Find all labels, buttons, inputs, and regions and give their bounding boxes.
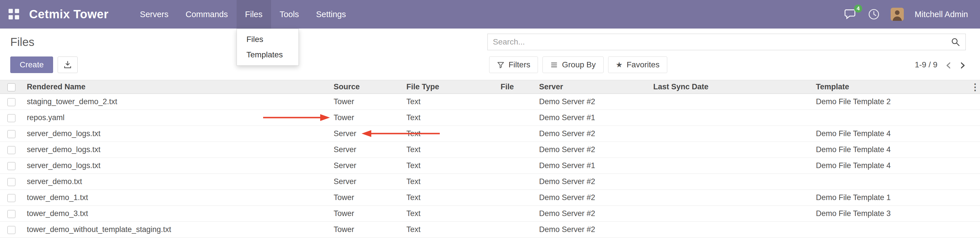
- column-header-template[interactable]: Template: [812, 80, 970, 94]
- user-avatar[interactable]: [891, 8, 904, 21]
- cell-file[interactable]: [496, 206, 535, 222]
- row-checkbox[interactable]: [8, 210, 16, 218]
- column-header-server[interactable]: Server: [535, 80, 649, 94]
- cell-rendered-name[interactable]: server_demo_logs.txt: [23, 158, 329, 174]
- cell-last-sync-date[interactable]: [649, 206, 812, 222]
- row-checkbox[interactable]: [8, 194, 16, 202]
- cell-last-sync-date[interactable]: [649, 222, 812, 238]
- row-checkbox[interactable]: [8, 114, 16, 122]
- cell-source[interactable]: Tower: [329, 222, 402, 238]
- table-row[interactable]: tower_demo_3.txtTowerTextDemo Server #2D…: [0, 206, 980, 222]
- table-row[interactable]: server_demo_logs.txtServerTextDemo Serve…: [0, 158, 980, 174]
- cell-file-type[interactable]: Text: [402, 158, 496, 174]
- cell-last-sync-date[interactable]: [649, 94, 812, 110]
- row-checkbox[interactable]: [8, 98, 16, 106]
- row-checkbox[interactable]: [8, 146, 16, 154]
- menu-commands[interactable]: Commands: [177, 0, 236, 29]
- cell-last-sync-date[interactable]: [649, 158, 812, 174]
- cell-template[interactable]: Demo File Template 3: [812, 206, 970, 222]
- cell-file[interactable]: [496, 158, 535, 174]
- cell-server[interactable]: Demo Server #2: [535, 94, 649, 110]
- cell-file-type[interactable]: Text: [402, 174, 496, 190]
- cell-last-sync-date[interactable]: [649, 142, 812, 158]
- import-button[interactable]: [58, 57, 78, 73]
- cell-rendered-name[interactable]: server_demo_logs.txt: [23, 142, 329, 158]
- column-header-last-sync-date[interactable]: Last Sync Date: [649, 80, 812, 94]
- table-row[interactable]: server_demo.txtServerTextDemo Server #2: [0, 174, 980, 190]
- cell-server[interactable]: Demo Server #2: [535, 174, 649, 190]
- table-row[interactable]: tower_demo_1.txtTowerTextDemo Server #2D…: [0, 190, 980, 206]
- row-checkbox[interactable]: [8, 226, 16, 234]
- cell-file[interactable]: [496, 142, 535, 158]
- cell-template[interactable]: Demo File Template 1: [812, 190, 970, 206]
- column-header-source[interactable]: Source: [329, 80, 402, 94]
- cell-source[interactable]: Server: [329, 126, 402, 142]
- filters-button[interactable]: Filters: [489, 57, 538, 73]
- cell-rendered-name[interactable]: tower_demo_3.txt: [23, 206, 329, 222]
- cell-rendered-name[interactable]: tower_demo_without_template_staging.txt: [23, 222, 329, 238]
- cell-source[interactable]: Tower: [329, 94, 402, 110]
- cell-file-type[interactable]: Text: [402, 222, 496, 238]
- cell-source[interactable]: Tower: [329, 110, 402, 126]
- favorites-button[interactable]: ★ Favorites: [608, 57, 667, 73]
- cell-file-type[interactable]: Text: [402, 206, 496, 222]
- cell-source[interactable]: Server: [329, 142, 402, 158]
- row-checkbox[interactable]: [8, 130, 16, 138]
- group-by-button[interactable]: Group By: [542, 57, 603, 73]
- cell-file[interactable]: [496, 126, 535, 142]
- cell-file-type[interactable]: Text: [402, 190, 496, 206]
- dropdown-item-files[interactable]: Files: [237, 32, 299, 47]
- pager-next-icon[interactable]: ›: [959, 57, 966, 73]
- optional-columns-toggle[interactable]: ⋮: [970, 80, 980, 94]
- cell-server[interactable]: Demo Server #2: [535, 190, 649, 206]
- table-row[interactable]: staging_tower_demo_2.txtTowerTextDemo Se…: [0, 94, 980, 110]
- cell-file-type[interactable]: Text: [402, 126, 496, 142]
- cell-rendered-name[interactable]: server_demo_logs.txt: [23, 126, 329, 142]
- menu-servers[interactable]: Servers: [131, 0, 177, 29]
- cell-template[interactable]: [812, 174, 970, 190]
- table-row[interactable]: tower_demo_without_template_staging.txtT…: [0, 222, 980, 238]
- apps-grid-icon[interactable]: [9, 9, 19, 20]
- pager-previous-icon[interactable]: ‹: [945, 57, 952, 73]
- dropdown-item-templates[interactable]: Templates: [237, 47, 299, 62]
- messages-button[interactable]: 4: [845, 9, 857, 20]
- cell-file[interactable]: [496, 174, 535, 190]
- cell-rendered-name[interactable]: server_demo.txt: [23, 174, 329, 190]
- cell-last-sync-date[interactable]: [649, 190, 812, 206]
- cell-last-sync-date[interactable]: [649, 110, 812, 126]
- cell-template[interactable]: Demo File Template 4: [812, 126, 970, 142]
- cell-last-sync-date[interactable]: [649, 174, 812, 190]
- cell-server[interactable]: Demo Server #2: [535, 126, 649, 142]
- cell-server[interactable]: Demo Server #1: [535, 158, 649, 174]
- cell-source[interactable]: Server: [329, 158, 402, 174]
- cell-source[interactable]: Tower: [329, 190, 402, 206]
- cell-source[interactable]: Tower: [329, 206, 402, 222]
- select-all-checkbox[interactable]: [8, 83, 16, 91]
- menu-files[interactable]: Files Files Templates: [237, 0, 271, 29]
- cell-rendered-name[interactable]: tower_demo_1.txt: [23, 190, 329, 206]
- cell-template[interactable]: Demo File Template 4: [812, 142, 970, 158]
- search-input[interactable]: [493, 37, 951, 46]
- cell-file[interactable]: [496, 94, 535, 110]
- cell-server[interactable]: Demo Server #2: [535, 142, 649, 158]
- column-header-file[interactable]: File: [496, 80, 535, 94]
- cell-file-type[interactable]: Text: [402, 94, 496, 110]
- cell-file[interactable]: [496, 110, 535, 126]
- column-header-rendered-name[interactable]: Rendered Name: [23, 80, 329, 94]
- cell-last-sync-date[interactable]: [649, 126, 812, 142]
- search-icon[interactable]: [951, 37, 960, 47]
- user-menu[interactable]: Mitchell Admin: [915, 10, 968, 19]
- cell-rendered-name[interactable]: repos.yaml: [23, 110, 329, 126]
- table-row[interactable]: server_demo_logs.txtServerTextDemo Serve…: [0, 126, 980, 142]
- cell-template[interactable]: [812, 110, 970, 126]
- cell-file-type[interactable]: Text: [402, 142, 496, 158]
- cell-template[interactable]: Demo File Template 2: [812, 94, 970, 110]
- cell-rendered-name[interactable]: staging_tower_demo_2.txt: [23, 94, 329, 110]
- cell-file[interactable]: [496, 222, 535, 238]
- cell-file[interactable]: [496, 190, 535, 206]
- cell-template[interactable]: Demo File Template 4: [812, 158, 970, 174]
- cell-template[interactable]: [812, 222, 970, 238]
- cell-file-type[interactable]: Text: [402, 110, 496, 126]
- menu-tools[interactable]: Tools: [271, 0, 308, 29]
- table-row[interactable]: repos.yamlTowerTextDemo Server #1: [0, 110, 980, 126]
